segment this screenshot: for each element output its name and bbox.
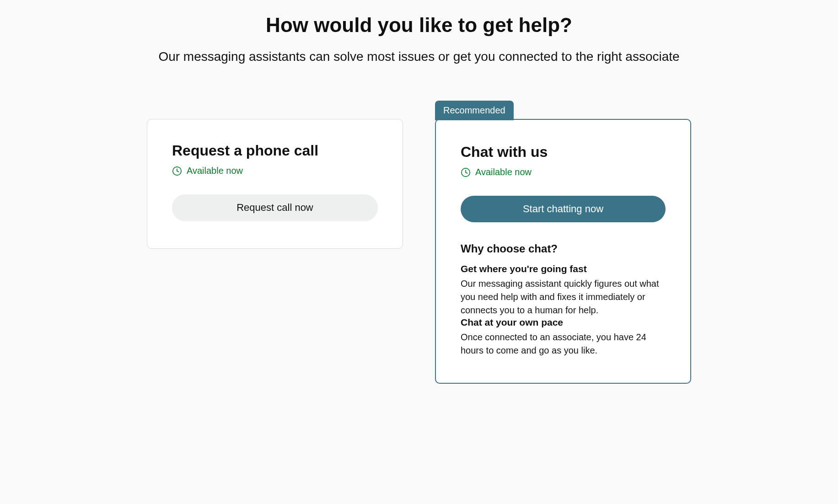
benefit-block: Get where you're going fast Our messagin… [461,263,666,317]
start-chatting-button[interactable]: Start chatting now [461,196,666,222]
page-subtitle: Our messaging assistants can solve most … [113,49,725,64]
chat-status-row: Available now [461,167,666,177]
benefit-title: Chat at your own pace [461,317,666,328]
phone-call-card: Request a phone call Available now Reque… [147,119,403,249]
why-choose-chat-title: Why choose chat? [461,242,666,255]
phone-status-text: Available now [187,166,243,176]
chat-status-text: Available now [475,167,532,177]
page-title: How would you like to get help? [113,14,725,37]
chat-card-wrapper: Recommended Chat with us Available now S… [435,101,691,384]
phone-card-title: Request a phone call [172,142,378,159]
recommended-badge: Recommended [435,101,514,120]
cards-row: Request a phone call Available now Reque… [113,101,725,384]
benefit-block: Chat at your own pace Once connected to … [461,317,666,357]
phone-status-row: Available now [172,166,378,176]
svg-line-5 [466,172,467,173]
benefit-title: Get where you're going fast [461,263,666,274]
request-call-button[interactable]: Request call now [172,194,378,221]
benefit-text: Once connected to an associate, you have… [461,331,666,357]
clock-icon [461,167,471,177]
svg-line-2 [177,171,179,172]
chat-card: Chat with us Available now Start chattin… [435,119,691,384]
chat-card-title: Chat with us [461,144,666,161]
clock-icon [172,166,182,176]
benefit-text: Our messaging assistant quickly figures … [461,277,666,317]
